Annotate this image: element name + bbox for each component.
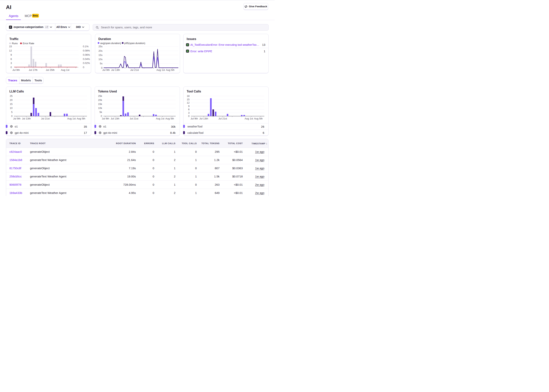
- svg-text:25: 25: [10, 95, 13, 98]
- svg-text:Jul 21st: Jul 21st: [218, 117, 227, 120]
- svg-text:3: 3: [188, 112, 189, 114]
- svg-text:Jul 9th: Jul 9th: [13, 117, 21, 120]
- svg-text:10s: 10s: [99, 58, 102, 61]
- svg-text:Jul 9th: Jul 9th: [190, 117, 198, 120]
- svg-text:Aug 5th: Aug 5th: [165, 117, 174, 120]
- svg-text:25k: 25k: [98, 95, 102, 98]
- svg-text:Jul 9th: Jul 9th: [102, 69, 110, 71]
- svg-text:Aug 1st: Aug 1st: [156, 117, 164, 120]
- svg-text:Jul 9th: Jul 9th: [102, 117, 109, 120]
- svg-text:Jul 13th: Jul 13th: [111, 117, 119, 120]
- svg-text:0: 0: [188, 115, 189, 118]
- svg-text:Aug 5th: Aug 5th: [166, 69, 174, 71]
- svg-text:18: 18: [187, 95, 189, 98]
- svg-text:20k: 20k: [98, 98, 102, 101]
- svg-text:20s: 20s: [99, 49, 102, 52]
- svg-text:0: 0: [83, 66, 84, 69]
- svg-text:3: 3: [11, 62, 12, 64]
- svg-text:15: 15: [187, 98, 189, 101]
- svg-text:20: 20: [10, 98, 13, 101]
- svg-text:5s: 5s: [100, 62, 102, 65]
- svg-text:Jul 13th: Jul 13th: [22, 117, 31, 120]
- svg-text:10k: 10k: [98, 107, 102, 110]
- svg-text:0.08%: 0.08%: [83, 49, 90, 52]
- svg-text:9: 9: [188, 105, 189, 108]
- svg-text:Jul 13th: Jul 13th: [111, 69, 120, 71]
- svg-text:Aug 1st: Aug 1st: [61, 69, 69, 71]
- svg-text:Jul 17th: Jul 17th: [29, 69, 37, 71]
- svg-text:Jul 9th: Jul 9th: [13, 69, 20, 71]
- svg-text:0: 0: [11, 115, 13, 118]
- svg-text:15: 15: [10, 103, 13, 105]
- svg-text:6: 6: [11, 57, 12, 60]
- svg-text:Aug 5th: Aug 5th: [254, 117, 263, 120]
- svg-text:Jul 25th: Jul 25th: [46, 69, 55, 71]
- svg-text:0: 0: [11, 66, 12, 69]
- svg-text:Aug 1st: Aug 1st: [156, 69, 165, 71]
- svg-text:0.02%: 0.02%: [83, 62, 90, 64]
- svg-text:0.1%: 0.1%: [83, 45, 89, 48]
- svg-text:15: 15: [9, 45, 12, 48]
- svg-text:Jul 21st: Jul 21st: [130, 69, 139, 71]
- svg-text:0.04%: 0.04%: [83, 57, 90, 60]
- svg-text:12: 12: [187, 101, 189, 104]
- svg-text:9: 9: [11, 53, 12, 56]
- svg-text:Jul 21st: Jul 21st: [41, 117, 50, 120]
- svg-text:10: 10: [10, 107, 13, 110]
- svg-text:15k: 15k: [98, 103, 102, 105]
- svg-text:15s: 15s: [99, 53, 102, 56]
- svg-text:Aug 1st: Aug 1st: [67, 117, 76, 120]
- svg-text:Jul 13th: Jul 13th: [199, 117, 208, 120]
- svg-text:5: 5: [11, 111, 13, 113]
- svg-text:Aug 5th: Aug 5th: [77, 117, 85, 120]
- svg-text:Jul 21st: Jul 21st: [130, 117, 138, 120]
- svg-text:0.06%: 0.06%: [83, 53, 90, 56]
- svg-text:Aug 1st: Aug 1st: [244, 117, 253, 120]
- svg-text:12: 12: [9, 49, 12, 52]
- svg-text:25s: 25s: [99, 45, 102, 48]
- svg-text:5k: 5k: [100, 111, 102, 113]
- svg-text:6: 6: [188, 108, 189, 111]
